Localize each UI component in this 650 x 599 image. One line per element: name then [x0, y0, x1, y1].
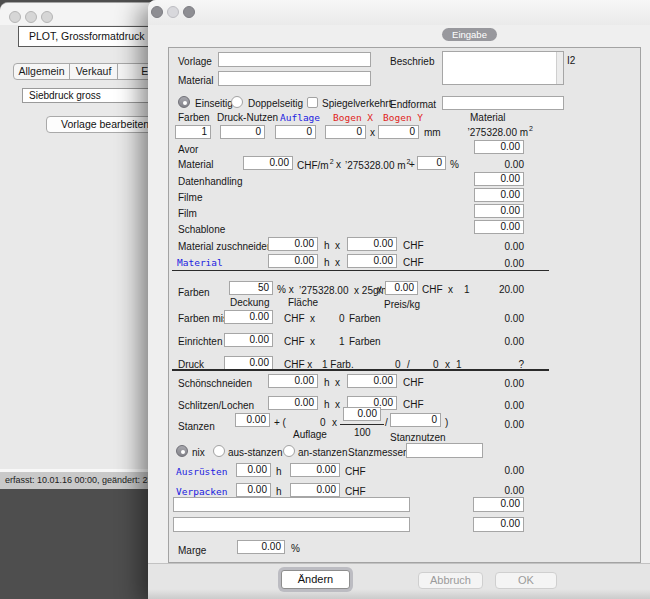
farben-mischen-unit: Farben	[349, 313, 381, 325]
marge-input[interactable]: 0.00	[237, 540, 285, 554]
stanznutzen-input[interactable]: 0	[390, 413, 441, 427]
verpacken-rate-input[interactable]: 0.00	[290, 483, 340, 497]
beschrieb-scrollbar[interactable]	[556, 52, 563, 84]
material-blue-label: Material	[177, 257, 223, 269]
minimize-icon[interactable]	[167, 6, 179, 18]
material-zuschneiden-rate-input[interactable]: 0.00	[347, 237, 397, 251]
stanzmesser-label: Stanzmesser	[348, 447, 406, 459]
aus-stanzen-radio[interactable]	[213, 445, 225, 457]
auflage-input[interactable]: 0	[275, 125, 316, 139]
stanzen-num-input[interactable]: 0.00	[343, 407, 381, 421]
material-zuschneiden-total: 0.00	[470, 241, 524, 253]
bogen-y-input[interactable]: 0	[378, 125, 419, 139]
material-area-value: ’275328.00 m2	[430, 126, 533, 139]
stanzmesser-input[interactable]	[406, 443, 483, 458]
doppelseitig-radio[interactable]	[231, 96, 243, 108]
tab-verkauf[interactable]: Verkauf	[69, 63, 118, 80]
schlitzen-label: Schlitzen/Lochen	[178, 400, 254, 412]
extra1-value-input[interactable]: 0.00	[473, 497, 524, 512]
schoenschneiden-label: Schönschneiden	[178, 378, 252, 390]
ausruesten-hours-input[interactable]: 0.00	[236, 463, 271, 477]
film-input[interactable]: 0.00	[474, 204, 524, 218]
druck-nutzen-input[interactable]: 0	[220, 125, 265, 139]
preis-kg-input[interactable]: 0.00	[385, 281, 418, 295]
schlitzen-hours-input[interactable]: 0.00	[268, 396, 318, 410]
nix-label: nix	[192, 447, 205, 459]
extra2-text-input[interactable]	[173, 517, 410, 532]
farben-mischen-chf-x: CHF x	[284, 313, 315, 325]
vorlage-input[interactable]	[218, 52, 371, 67]
an-stanzen-radio[interactable]	[283, 445, 295, 457]
einseitig-radio[interactable]	[178, 96, 190, 108]
marge-label: Marge	[178, 545, 206, 557]
header-farben: Farben	[178, 112, 210, 124]
farben-mischen-input[interactable]: 0.00	[224, 310, 273, 324]
minimize-icon[interactable]	[25, 11, 37, 23]
schablone-input[interactable]: 0.00	[474, 220, 524, 234]
schoenschneiden-hours-input[interactable]: 0.00	[268, 374, 318, 388]
beschrieb-note: I2	[567, 55, 575, 67]
stanzen-label: Stanzen	[178, 421, 215, 433]
filme-label: Filme	[178, 192, 202, 204]
material-zuschneiden-hours-input[interactable]: 0.00	[268, 237, 318, 251]
ausruesten-total: 0.00	[470, 465, 524, 477]
druck-input[interactable]: 0.00	[224, 356, 273, 370]
material-cost-label: Material	[178, 159, 214, 171]
vorlage-label: Vorlage	[178, 56, 212, 68]
material-label: Material	[178, 75, 214, 87]
close-icon[interactable]	[151, 6, 163, 18]
datenhandling-input[interactable]: 0.00	[474, 172, 524, 186]
dialog-titlebar	[148, 0, 650, 25]
farben-count-value: 1	[464, 284, 470, 296]
schoenschneiden-chf: CHF	[403, 377, 424, 389]
endformat-input[interactable]	[442, 96, 564, 110]
material-input[interactable]	[218, 71, 371, 86]
material-blue-total: 0.00	[470, 258, 524, 270]
schoenschneiden-rate-input[interactable]: 0.00	[347, 374, 397, 388]
stanzen-plus-paren: + (	[274, 417, 286, 429]
dialog-footer	[148, 563, 650, 599]
nix-radio[interactable]	[176, 445, 188, 457]
abbruch-button[interactable]: Abbruch	[418, 572, 483, 589]
ok-button[interactable]: OK	[495, 572, 557, 589]
farben-times: x	[377, 284, 382, 296]
material-blue-hours-input[interactable]: 0.00	[268, 254, 318, 268]
spiegelverkehrt-checkbox[interactable]	[307, 97, 318, 108]
farben-count-input[interactable]: 1	[175, 125, 211, 139]
ausruesten-rate-input[interactable]: 0.00	[290, 463, 340, 477]
aendern-button[interactable]: Ändern	[281, 570, 350, 589]
material-blue-rate-input[interactable]: 0.00	[347, 254, 397, 268]
ausruesten-chf: CHF	[345, 466, 366, 478]
material-times: x	[336, 159, 341, 171]
filme-input[interactable]: 0.00	[474, 188, 524, 202]
bogen-times: x	[370, 127, 375, 139]
eingabe-badge: Eingabe	[442, 28, 497, 41]
verpacken-hours-input[interactable]: 0.00	[236, 483, 271, 497]
separator-2	[172, 369, 549, 371]
avor-input[interactable]: 0.00	[474, 140, 524, 154]
einrichten-input[interactable]: 0.00	[224, 333, 273, 347]
material-area-formula: ’275328.00 m2	[345, 159, 411, 172]
close-icon[interactable]	[9, 11, 21, 23]
header-auflage: Auflage	[280, 112, 320, 124]
maximize-icon[interactable]	[41, 11, 53, 23]
material-pct-input[interactable]: 0	[417, 156, 446, 170]
film-label: Film	[178, 208, 197, 220]
stanzen-base-input[interactable]: 0.00	[235, 413, 270, 427]
tab-allgemein[interactable]: Allgemein	[13, 63, 70, 80]
deckung-input[interactable]: 50	[229, 281, 273, 295]
header-bogen-y: Bogen Y	[383, 112, 423, 124]
material-price-input[interactable]: 0.00	[243, 156, 293, 170]
material-zuschneiden-chf: CHF	[403, 240, 424, 252]
extra2-value-input[interactable]: 0.00	[473, 517, 524, 532]
extra1-text-input[interactable]	[173, 497, 410, 512]
farben-calc-label: Farben	[178, 287, 210, 299]
bogen-x-input[interactable]: 0	[325, 125, 366, 139]
header-material: Material	[470, 112, 506, 124]
maximize-icon[interactable]	[183, 6, 195, 18]
stanzen-den: 100	[354, 427, 371, 439]
verpacken-total: 0.00	[470, 485, 524, 497]
beschrieb-textarea[interactable]	[442, 51, 564, 85]
header-druck-nutzen: Druck-Nutzen	[217, 112, 278, 124]
stanzen-times: x	[332, 417, 337, 429]
